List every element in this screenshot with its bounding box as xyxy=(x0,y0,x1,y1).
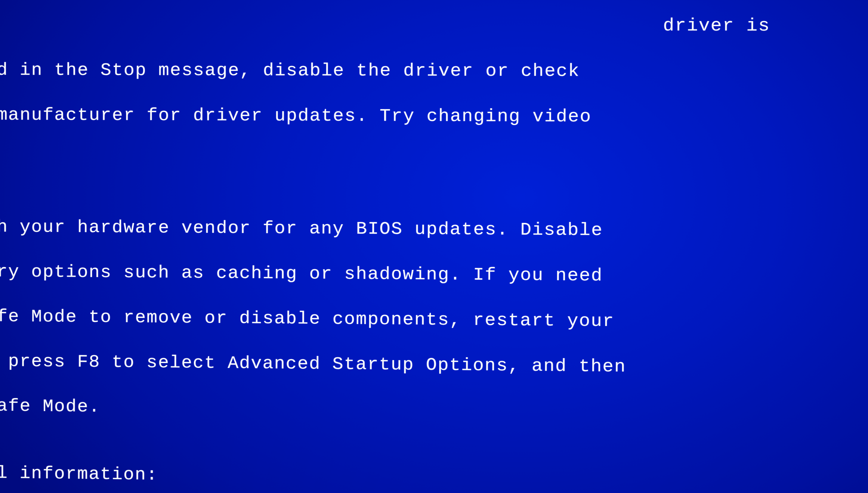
bsod-line: memory options such as caching or shadow… xyxy=(0,260,769,288)
bsod-screen: driver is tified in the Stop message, di… xyxy=(0,0,770,493)
bsod-line: the manufacturer for driver updates. Try… xyxy=(0,103,770,129)
bsod-line: ters. xyxy=(0,148,770,174)
bsod-line: uter, press F8 to select Advanced Startu… xyxy=(0,349,769,379)
bsod-line: k with your hardware vendor for any BIOS… xyxy=(0,215,769,242)
bsod-line: tified in the Stop message, disable the … xyxy=(0,59,770,83)
bsod-line: se Safe Mode to remove or disable compon… xyxy=(0,305,769,334)
bsod-line: ect Safe Mode. xyxy=(0,394,769,425)
bsod-line xyxy=(0,439,768,448)
bsod-line: driver is xyxy=(0,14,770,37)
bsod-line xyxy=(0,193,769,197)
bsod-technical-info-header: nnical information: xyxy=(0,461,768,493)
